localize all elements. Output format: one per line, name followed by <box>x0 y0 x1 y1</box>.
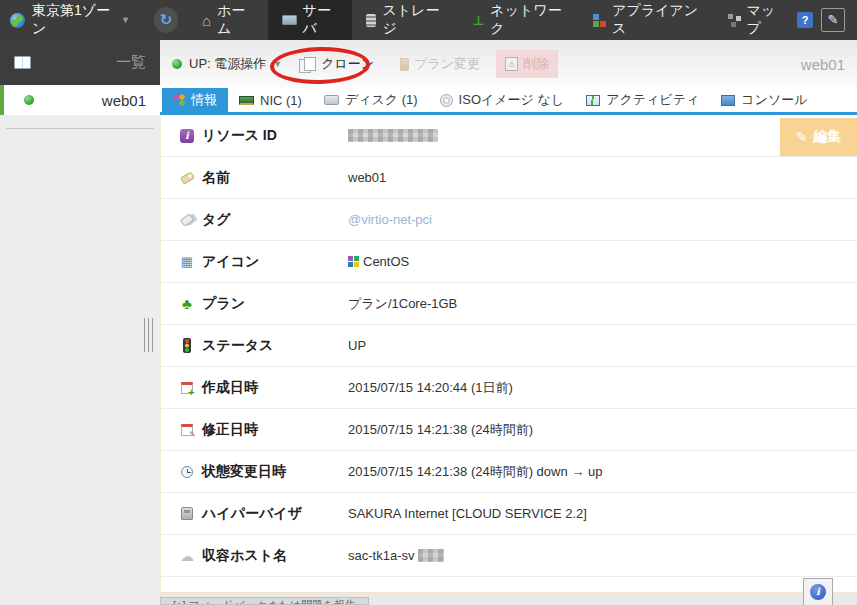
detail-row-created: 作成日時 2015/07/15 14:20:44 (1日前) <box>161 367 857 409</box>
detail-value: CentOS <box>348 254 409 269</box>
detail-value: sac-tk1a-sv <box>348 548 444 563</box>
main-panel: UP: 電源操作 ▼ クローン プラン変更 ⚠ 削除 web01 情報 <box>160 40 857 605</box>
tab-disk[interactable]: ディスク (1) <box>313 88 429 112</box>
redacted-value <box>348 129 438 142</box>
detail-label: タグ <box>202 211 348 229</box>
pen-button[interactable]: ✎ <box>821 8 845 32</box>
nav-item-network[interactable]: ⊥ ネットワーク <box>458 0 579 40</box>
power-status-dot <box>172 59 182 69</box>
detail-row-tags: タグ @virtio-net-pci <box>161 199 857 241</box>
delete-button[interactable]: ⚠ 削除 <box>496 50 558 78</box>
detail-row-icon: ▦ アイコン CentOS <box>161 241 857 283</box>
detail-label: リソース ID <box>202 127 348 145</box>
chevron-down-icon: ▼ <box>121 15 130 25</box>
info-button[interactable]: i <box>803 578 833 605</box>
host-name: sac-tk1a-sv <box>348 548 414 563</box>
nav-item-server[interactable]: サーバ <box>268 0 353 40</box>
home-icon: ⌂ <box>202 12 211 29</box>
tab-activity[interactable]: アクティビティ <box>575 88 710 112</box>
info-tab-icon <box>173 94 185 106</box>
edit-button[interactable]: ✎ 編集 <box>780 118 857 156</box>
nav-item-storage[interactable]: ストレージ <box>352 0 458 40</box>
topbar-right: ? ✎ <box>797 8 857 32</box>
tag-link[interactable]: @virtio-net-pci <box>348 212 432 227</box>
help-icon: ? <box>802 14 809 26</box>
tab-label: NIC (1) <box>260 93 302 108</box>
info-icon: i <box>810 584 826 600</box>
calendar-add-icon <box>181 382 193 394</box>
tab-console[interactable]: コンソール <box>710 88 818 112</box>
refresh-button[interactable]: ↻ <box>154 7 178 33</box>
detail-label: ステータス <box>202 337 348 355</box>
nic-icon <box>239 96 254 105</box>
sidebar-list-header[interactable]: 一覧 <box>0 40 160 85</box>
detail-row-resource-id: i リソース ID <box>161 115 857 157</box>
detail-row-name: 名前 web01 <box>161 157 857 199</box>
zone-selector[interactable]: 東京第1ゾーン ▼ <box>0 0 144 40</box>
clone-label: クローン <box>321 55 374 73</box>
chevron-down-icon: ▼ <box>273 59 282 69</box>
disk-icon <box>324 95 339 105</box>
plan-change-icon <box>400 58 409 71</box>
detail-row-plan: ♣ プラン プラン/1Core-1GB <box>161 283 857 325</box>
topbar: 東京第1ゾーン ▼ ↻ ⌂ ホーム サーバ ストレージ ⊥ ネットワーク <box>0 0 857 40</box>
list-book-icon <box>14 56 31 69</box>
resource-id-icon: i <box>180 129 194 143</box>
plan-change-button[interactable]: プラン変更 <box>400 55 480 73</box>
nav-label: アプライアンス <box>612 2 700 38</box>
clone-copy-icon <box>298 57 316 72</box>
sidebar-resize-handle[interactable] <box>144 318 153 352</box>
tab-iso-image[interactable]: ISOイメージ なし <box>429 88 576 112</box>
tab-label: ディスク (1) <box>345 91 418 109</box>
detail-label: 状態変更日時 <box>202 463 348 481</box>
feedback-bar[interactable]: [+] フィードバックまたは問題を報告 <box>160 597 369 605</box>
network-icon: ⊥ <box>472 13 484 28</box>
tab-info[interactable]: 情報 <box>162 88 228 112</box>
nav-item-home[interactable]: ⌂ ホーム <box>188 0 268 40</box>
status-traffic-light-icon <box>183 338 191 353</box>
server-toolbar: UP: 電源操作 ▼ クローン プラン変更 ⚠ 削除 web01 <box>160 40 857 88</box>
tab-label: ISOイメージ なし <box>459 91 565 109</box>
detail-value: 2015/07/15 14:20:44 (1日前) <box>348 379 513 397</box>
name-tag-icon <box>179 171 194 184</box>
cloud-control-panel: 東京第1ゾーン ▼ ↻ ⌂ ホーム サーバ ストレージ ⊥ ネットワーク <box>0 0 857 605</box>
detail-value <box>348 129 438 142</box>
centos-logo-icon <box>348 256 359 267</box>
detail-value: web01 <box>348 170 386 185</box>
nav-item-map[interactable]: マップ <box>714 0 797 40</box>
cloud-icon: ☁ <box>180 548 194 564</box>
toolbar-server-name: web01 <box>801 56 845 73</box>
tab-nic[interactable]: NIC (1) <box>228 88 313 112</box>
pencil-icon: ✎ <box>796 129 808 145</box>
server-icon <box>282 15 297 25</box>
detail-label: アイコン <box>202 253 348 271</box>
server-details: ✎ 編集 i リソース ID 名前 web01 タグ @virtio-net-p… <box>160 115 857 593</box>
detail-value: UP <box>348 338 366 353</box>
detail-row-host: ☁ 収容ホスト名 sac-tk1a-sv <box>161 535 857 577</box>
map-icon <box>728 14 741 27</box>
appliance-icon <box>593 14 606 27</box>
calendar-edit-icon <box>181 424 193 436</box>
detail-label: 修正日時 <box>202 421 348 439</box>
plan-change-label: プラン変更 <box>414 55 480 73</box>
clone-button[interactable]: クローン <box>298 55 374 73</box>
detail-value: 2015/07/15 14:21:38 (24時間前) <box>348 421 533 439</box>
detail-label: ハイパーバイザ <box>202 505 348 523</box>
tab-label: 情報 <box>191 91 217 109</box>
detail-row-state-changed: 状態変更日時 2015/07/15 14:21:38 (24時間前) down … <box>161 451 857 493</box>
tab-label: アクティビティ <box>606 91 699 109</box>
server-name: web01 <box>102 92 146 109</box>
detail-value: プラン/1Core-1GB <box>348 295 457 313</box>
sidebar-divider <box>6 128 154 129</box>
detail-row-hypervisor: ハイパーバイザ SAKURA Internet [CLOUD SERVICE 2… <box>161 493 857 535</box>
nav-label: サーバ <box>303 2 339 38</box>
nav-label: マップ <box>747 2 783 38</box>
detail-value: SAKURA Internet [CLOUD SERVICE 2.2] <box>348 506 587 521</box>
hypervisor-icon <box>181 507 193 520</box>
redacted-value <box>418 549 444 562</box>
nav-item-appliance[interactable]: アプライアンス <box>579 0 714 40</box>
sidebar-item-web01[interactable]: web01 <box>0 85 160 115</box>
power-operations-dropdown[interactable]: UP: 電源操作 ▼ <box>172 55 282 73</box>
tags-icon <box>180 213 194 226</box>
help-button[interactable]: ? <box>797 12 813 28</box>
